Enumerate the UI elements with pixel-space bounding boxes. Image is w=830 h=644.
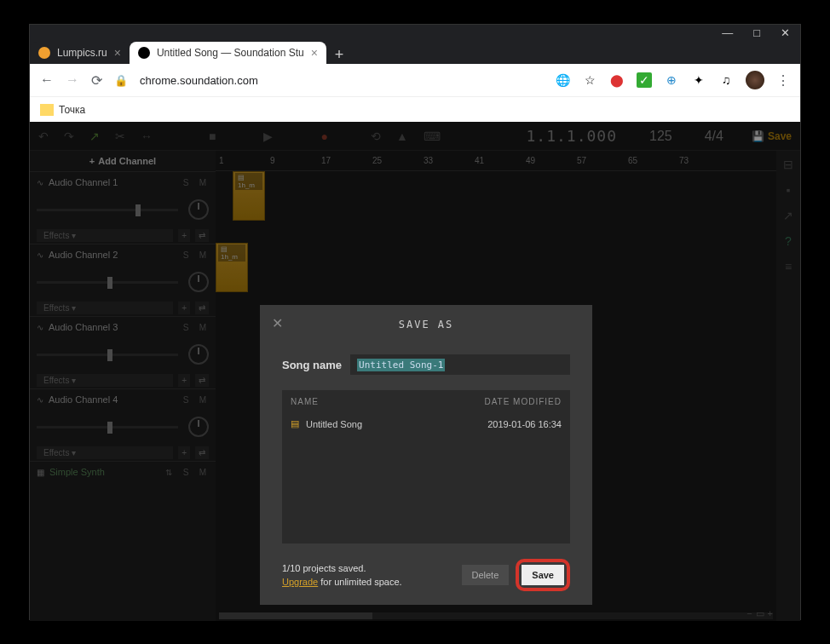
- tab-soundation[interactable]: Untitled Song — Soundation Stu ×: [130, 42, 326, 64]
- extension-icon[interactable]: ⬤: [609, 72, 625, 88]
- soundation-app: ↶ ↷ ↗ ✂ ↔ ■ ▶ ● ⟲ ▲ ⌨ 1.1.1.000 125 4/4 …: [30, 122, 800, 621]
- extension-icon[interactable]: ⊕: [664, 72, 679, 88]
- extension-icon[interactable]: ✓: [637, 72, 652, 88]
- window-minimize[interactable]: —: [722, 26, 733, 39]
- dialog-close-icon[interactable]: ✕: [272, 315, 283, 331]
- tab-title: Lumpics.ru: [57, 47, 107, 59]
- dialog-title: SAVE AS: [274, 319, 579, 331]
- storage-status: 1/10 projects saved. Upgrade for unlimit…: [282, 561, 455, 589]
- tab-close-icon[interactable]: ×: [114, 46, 121, 60]
- delete-button[interactable]: Delete: [462, 565, 510, 585]
- upgrade-link[interactable]: Upgrade: [282, 577, 318, 587]
- window-maximize[interactable]: □: [753, 26, 760, 39]
- bookmarks-bar: Точка: [30, 96, 800, 122]
- file-date: 2019-01-06 16:34: [487, 419, 562, 429]
- file-icon: ▤: [291, 418, 299, 429]
- save-button[interactable]: Save: [522, 565, 564, 585]
- window-close[interactable]: ✕: [781, 26, 790, 39]
- playlist-icon[interactable]: ♫: [718, 72, 734, 88]
- reload-button[interactable]: ⟳: [91, 72, 102, 89]
- file-list: NAME DATE MODIFIED ▤ Untitled Song 2019-…: [282, 390, 570, 543]
- column-date[interactable]: DATE MODIFIED: [484, 397, 562, 406]
- menu-icon[interactable]: ⋮: [776, 72, 790, 89]
- song-name-input[interactable]: Untitled Song-1: [350, 354, 570, 375]
- new-tab-button[interactable]: +: [326, 46, 353, 64]
- folder-icon: [40, 104, 54, 116]
- save-highlight: Save: [516, 559, 570, 591]
- browser-tabbar: Lumpics.ru × Untitled Song — Soundation …: [30, 40, 800, 64]
- file-row[interactable]: ▤ Untitled Song 2019-01-06 16:34: [282, 413, 570, 434]
- extensions-icon[interactable]: ✦: [691, 72, 706, 88]
- bookmark-star-icon[interactable]: ☆: [582, 72, 597, 88]
- address-bar: ← → ⟳ 🔒 chrome.soundation.com 🌐 ☆ ⬤ ✓ ⊕ …: [30, 64, 800, 96]
- window-titlebar: — □ ✕: [30, 25, 800, 40]
- bookmark-item[interactable]: Точка: [59, 104, 85, 116]
- tab-title: Untitled Song — Soundation Stu: [157, 47, 304, 59]
- song-name-label: Song name: [282, 359, 342, 371]
- lock-icon[interactable]: 🔒: [114, 74, 128, 87]
- url-text[interactable]: chrome.soundation.com: [140, 74, 543, 87]
- back-button[interactable]: ←: [40, 72, 54, 88]
- save-as-dialog: ✕ SAVE AS Song name Untitled Song-1 NAME…: [260, 305, 592, 605]
- profile-avatar[interactable]: [746, 71, 764, 89]
- favicon-icon: [138, 47, 150, 59]
- translate-icon[interactable]: 🌐: [555, 72, 570, 88]
- column-name[interactable]: NAME: [291, 397, 484, 406]
- favicon-icon: [38, 47, 50, 59]
- tab-close-icon[interactable]: ×: [311, 46, 318, 60]
- file-name: Untitled Song: [306, 419, 481, 429]
- tab-lumpics[interactable]: Lumpics.ru ×: [30, 42, 130, 64]
- forward-button[interactable]: →: [66, 72, 79, 88]
